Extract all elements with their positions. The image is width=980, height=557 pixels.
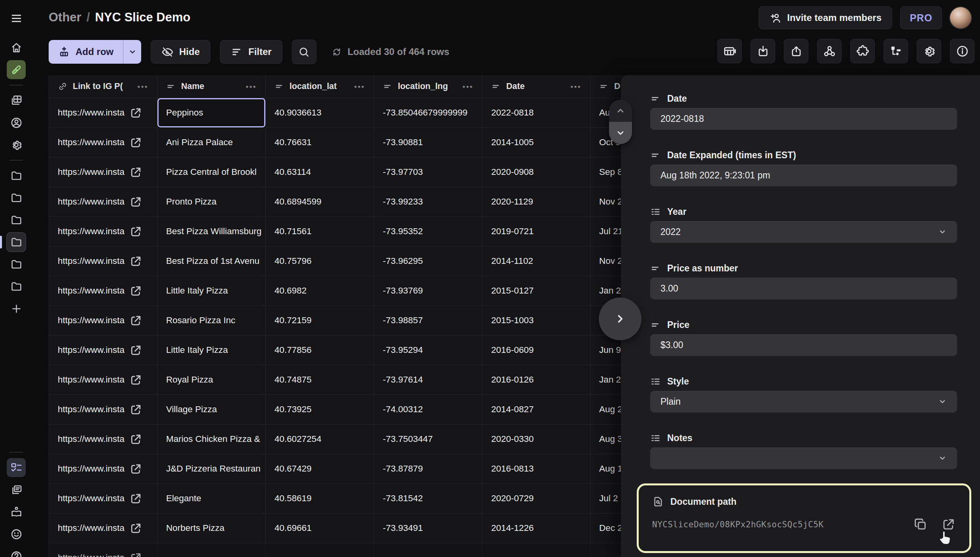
name-cell[interactable]: Little Italy Pizza: [157, 335, 266, 365]
lng-cell[interactable]: -73.97614: [374, 365, 482, 395]
open-in-new-icon[interactable]: [129, 314, 142, 327]
sidebar-item-feedback[interactable]: [7, 525, 26, 544]
lat-cell[interactable]: 40.73925: [266, 395, 374, 424]
link-cell[interactable]: https://www.insta: [49, 424, 157, 454]
table-row[interactable]: https://www.instaMarios Chicken Pizza &4…: [49, 424, 662, 454]
pro-badge-button[interactable]: PRO: [900, 6, 942, 29]
name-cell[interactable]: Pronto Pizza: [157, 187, 266, 217]
table-display-button[interactable]: [717, 39, 742, 63]
sidebar-item-folder-4[interactable]: [7, 233, 26, 252]
avatar[interactable]: [950, 7, 971, 28]
column-header-name[interactable]: Name•••: [157, 75, 266, 98]
link-cell[interactable]: https://www.insta: [49, 217, 157, 246]
copy-icon[interactable]: [913, 517, 928, 532]
open-in-new-icon[interactable]: [129, 462, 142, 476]
open-in-new-icon[interactable]: [129, 136, 142, 149]
price-input[interactable]: $3.00: [650, 334, 957, 356]
link-cell[interactable]: https://www.insta: [49, 128, 157, 157]
open-in-new-icon[interactable]: [129, 166, 142, 179]
lat-cell[interactable]: [266, 543, 374, 557]
sidebar-item-folder-6[interactable]: [7, 277, 26, 296]
lat-cell[interactable]: 40.67429: [266, 454, 374, 484]
name-cell[interactable]: Rosario Pizza Inc: [157, 306, 266, 335]
hide-fields-button[interactable]: Hide: [151, 40, 210, 64]
settings-button[interactable]: [917, 39, 941, 63]
open-in-new-icon[interactable]: [129, 433, 142, 446]
info-button[interactable]: [950, 39, 974, 63]
link-cell[interactable]: https://www.insta: [49, 543, 157, 557]
add-row-dropdown[interactable]: [123, 40, 141, 64]
sidebar-item-folder-1[interactable]: [7, 166, 26, 185]
lng-cell[interactable]: -73.99233: [374, 187, 482, 217]
refresh-icon[interactable]: [331, 47, 342, 57]
sidebar-item-tables[interactable]: [7, 91, 26, 110]
sidebar-item-help[interactable]: [7, 547, 26, 557]
breadcrumb-section[interactable]: Other: [49, 10, 81, 25]
sidebar-item-add-table[interactable]: [7, 299, 26, 318]
lat-cell[interactable]: 40.6027254: [266, 424, 374, 454]
sidebar-item-guides[interactable]: [7, 502, 26, 521]
name-cell[interactable]: Peppinos: [157, 98, 266, 128]
name-cell[interactable]: Royal Pizza: [157, 365, 266, 395]
notes-select[interactable]: [650, 447, 957, 469]
table-row[interactable]: https://www.instaAni Pizza Palace40.7663…: [49, 128, 662, 157]
lat-cell[interactable]: 40.63114: [266, 157, 374, 187]
column-menu-dots[interactable]: •••: [138, 82, 148, 91]
date-cell[interactable]: 2014-1102: [482, 246, 590, 276]
name-cell[interactable]: Little Italy Pizza: [157, 276, 266, 306]
link-cell[interactable]: https://www.insta: [49, 98, 157, 128]
column-header-location-lng[interactable]: location_lng•••: [374, 75, 482, 98]
lat-cell[interactable]: 40.6982: [266, 276, 374, 306]
lng-cell[interactable]: -73.97703: [374, 157, 482, 187]
link-cell[interactable]: https://www.insta: [49, 187, 157, 217]
date-input[interactable]: 2022-0818: [650, 108, 957, 129]
date-expanded-times-in-est-input[interactable]: Aug 18th 2022, 9:23:01 pm: [650, 165, 957, 186]
year-select[interactable]: 2022: [650, 221, 957, 243]
name-cell[interactable]: Ani Pizza Palace: [157, 128, 266, 157]
price-as-number-input[interactable]: 3.00: [650, 278, 957, 299]
table-row[interactable]: https://www.instaElegante40.58619-73.815…: [49, 484, 662, 513]
extensions-button[interactable]: [850, 39, 875, 63]
link-cell[interactable]: https://www.insta: [49, 157, 157, 187]
table-row[interactable]: https://www.instaJ&D Pizzeria Restauran4…: [49, 454, 662, 484]
lat-cell[interactable]: 40.74875: [266, 365, 374, 395]
name-cell[interactable]: Best Pizza of 1st Avenu: [157, 246, 266, 276]
table-row[interactable]: https://www.instaNorberts Pizza40.69661-…: [49, 513, 662, 543]
sidebar-item-demo-project[interactable]: [7, 60, 26, 79]
sidebar-item-tasks[interactable]: [7, 458, 26, 477]
sidebar-item-folder-5[interactable]: [7, 255, 26, 274]
lat-cell[interactable]: 40.69661: [266, 513, 374, 543]
column-menu-dots[interactable]: •••: [571, 82, 581, 91]
date-cell[interactable]: 2015-1003: [482, 306, 590, 335]
lng-cell[interactable]: [374, 543, 482, 557]
date-cell[interactable]: 2015-0127: [482, 276, 590, 306]
previous-row-button[interactable]: [609, 100, 632, 122]
column-menu-dots[interactable]: •••: [354, 82, 365, 91]
date-cell[interactable]: 2020-0908: [482, 157, 590, 187]
open-in-new-icon[interactable]: [129, 284, 142, 297]
table-row[interactable]: https://www.instaRosario Pizza Inc40.721…: [49, 306, 662, 335]
sidebar-item-project-settings[interactable]: [7, 135, 26, 154]
lat-cell[interactable]: 40.6894599: [266, 187, 374, 217]
date-cell[interactable]: [482, 543, 590, 557]
lng-cell[interactable]: -73.98857: [374, 306, 482, 335]
date-cell[interactable]: 2019-0721: [482, 217, 590, 246]
date-cell[interactable]: 2020-0330: [482, 424, 590, 454]
sidebar-item-members[interactable]: [7, 113, 26, 132]
lng-cell[interactable]: -73.95352: [374, 217, 482, 246]
table-row[interactable]: https://www.instaBest Pizza of 1st Avenu…: [49, 246, 662, 276]
name-cell[interactable]: Marios Chicken Pizza &: [157, 424, 266, 454]
date-cell[interactable]: 2014-1005: [482, 128, 590, 157]
lat-cell[interactable]: 40.75796: [266, 246, 374, 276]
link-cell[interactable]: https://www.insta: [49, 513, 157, 543]
table-row[interactable]: https://www.insta: [49, 543, 662, 557]
tree-structure-button[interactable]: [884, 39, 908, 63]
table-row[interactable]: https://www.instaLittle Italy Pizza40.69…: [49, 276, 662, 306]
link-cell[interactable]: https://www.insta: [49, 365, 157, 395]
lng-cell[interactable]: -73.7503447: [374, 424, 482, 454]
add-row-main[interactable]: Add row: [49, 40, 123, 64]
name-cell[interactable]: Norberts Pizza: [157, 513, 266, 543]
name-cell[interactable]: Pizza Central of Brookl: [157, 157, 266, 187]
link-cell[interactable]: https://www.insta: [49, 335, 157, 365]
lng-cell[interactable]: -73.96295: [374, 246, 482, 276]
